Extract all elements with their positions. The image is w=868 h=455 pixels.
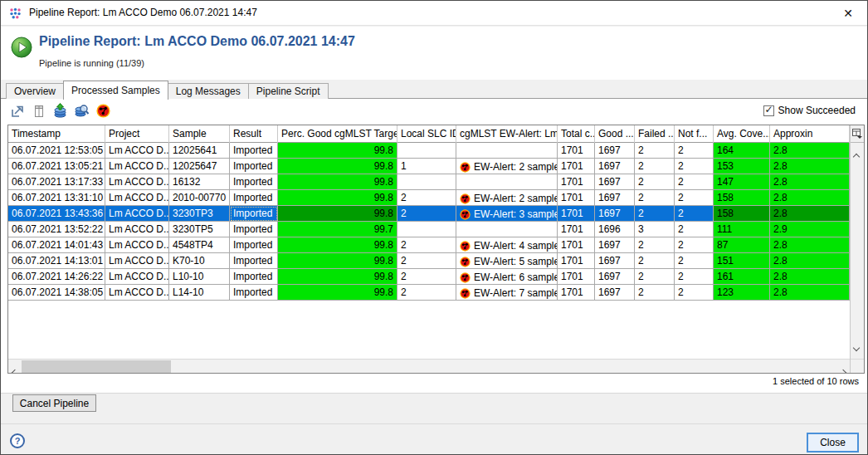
cell-failed: 2 [635,174,675,190]
cell-perc: 99.8 [278,269,397,285]
scroll-up-icon[interactable] [854,148,859,163]
database-upload-icon[interactable] [52,103,68,119]
column-header-total-c[interactable]: Total c... [558,125,595,143]
pipeline-status-text: Pipeline is running (11/39) [39,58,144,68]
checkbox-box[interactable]: ✓ [763,105,774,116]
table-main: TimestampProjectSampleResultPerc. Good c… [8,125,850,373]
cell-project: Lm ACCO D... [105,237,169,253]
show-succeeded-checkbox[interactable]: ✓ Show Succeeded [763,105,856,116]
cell-avg: 147 [714,174,770,190]
cell-timestamp: 06.07.2021 13:17:33 [8,174,105,190]
cell-alert: EW-Alert: 7 samples [456,285,558,301]
cell-project: Lm ACCO D... [105,285,169,301]
horizontal-scrollbar[interactable] [8,359,850,373]
tab-pipeline-script[interactable]: Pipeline Script [248,83,329,99]
cell-total: 1701 [558,222,595,237]
cell-avg: 164 [714,143,770,159]
cell-perc: 99.8 [278,237,397,253]
cell-perc: 99.8 [278,143,397,159]
window-title: Pipeline Report: Lm ACCO Demo 06.07.2021… [29,7,257,18]
cell-good: 1697 [595,174,635,190]
cell-result: Imported [230,237,278,253]
cell-notfound: 2 [675,206,714,222]
ew-alert-icon[interactable] [95,103,111,119]
scroll-right-icon[interactable] [841,364,846,373]
cell-result: Imported [230,253,278,269]
column-settings-icon[interactable] [31,103,46,119]
cell-good: 1697 [595,269,635,285]
column-header-sample[interactable]: Sample [169,125,230,143]
cell-timestamp: 06.07.2021 14:38:05 [8,285,105,301]
cell-total: 1701 [558,174,595,190]
table-row[interactable]: 06.07.2021 14:13:01Lm ACCO D...K70-10Imp… [8,253,850,269]
cell-perc: 99.7 [278,222,397,237]
table-row[interactable]: 06.07.2021 14:26:22Lm ACCO D...L10-10Imp… [8,269,850,285]
column-header-approxin[interactable]: Approxin [770,125,850,143]
cell-project: Lm ACCO D... [105,253,169,269]
table-header-row: TimestampProjectSampleResultPerc. Good c… [8,125,850,143]
cell-failed: 2 [635,159,675,174]
help-icon[interactable]: ? [10,433,25,448]
scroll-left-icon[interactable] [12,364,17,373]
cell-avg: 158 [714,190,770,206]
column-header-cgmlst-ew-alert-lm-a[interactable]: cgMLST EW-Alert: Lm A... [456,125,558,143]
cell-failed: 2 [635,285,675,301]
cell-project: Lm ACCO D... [105,190,169,206]
cell-perc: 99.8 [278,253,397,269]
cell-alert [456,174,558,190]
footer: ? Close [1,423,867,455]
column-header-avg-cove[interactable]: Avg. Cove... [714,125,770,143]
column-header-perc-good-cgmlst-targets[interactable]: Perc. Good cgMLST Targets [278,125,397,143]
vertical-scrollbar[interactable] [851,143,864,359]
alert-text: EW-Alert: 2 samples [474,161,558,173]
cell-notfound: 2 [675,269,714,285]
table-row[interactable]: 06.07.2021 14:38:05Lm ACCO D...L14-10Imp… [8,285,850,301]
cell-slc [397,174,456,190]
column-header-result[interactable]: Result [230,125,278,143]
column-header-failed[interactable]: Failed ... [635,125,675,143]
table-row[interactable]: 06.07.2021 13:17:33Lm ACCO D...16132Impo… [8,174,850,190]
cell-failed: 2 [635,253,675,269]
column-header-not-f[interactable]: Not f... [675,125,714,143]
column-header-project[interactable]: Project [105,125,169,143]
column-header-timestamp[interactable]: Timestamp [8,125,105,143]
cell-alert: EW-Alert: 2 samples [456,190,558,206]
cancel-pipeline-button[interactable]: Cancel Pipeline [12,394,96,412]
cell-result: Imported [230,143,278,159]
close-icon[interactable]: ✕ [839,5,857,22]
cell-perc: 99.8 [278,159,397,174]
cell-avg: 123 [714,285,770,301]
cell-approx: 2.8 [770,253,850,269]
scroll-down-icon[interactable] [854,339,859,354]
cell-slc: 2 [397,253,456,269]
tab-overview[interactable]: Overview [6,83,64,99]
table-row[interactable]: 06.07.2021 13:05:21Lm ACCO D...12025647I… [8,159,850,174]
table-row[interactable]: 06.07.2021 14:01:43Lm ACCO D...4548TP4Im… [8,237,850,253]
cell-timestamp: 06.07.2021 13:05:21 [8,159,105,174]
cell-total: 1701 [558,253,595,269]
table-row[interactable]: 06.07.2021 12:53:05Lm ACCO D...12025641I… [8,143,850,159]
cell-perc: 99.8 [278,206,397,222]
table-row[interactable]: 06.07.2021 13:52:22Lm ACCO D...3230TP5Im… [8,222,850,237]
cell-good: 1697 [595,237,635,253]
column-header-good[interactable]: Good ... [595,125,635,143]
cell-timestamp: 06.07.2021 13:52:22 [8,222,105,237]
check-icon: ✓ [765,104,773,115]
table-row[interactable]: 06.07.2021 13:31:10Lm ACCO D...2010-0077… [8,190,850,206]
pipeline-running-icon [11,37,32,58]
export-icon[interactable] [9,103,25,119]
table-row[interactable]: 06.07.2021 13:43:36Lm ACCO D...3230TP3Im… [8,206,850,222]
column-header-local-slc-id[interactable]: Local SLC ID [397,125,456,143]
cell-alert: EW-Alert: 5 samples [456,253,558,269]
tab-processed-samples[interactable]: Processed Samples [63,81,168,100]
alert-text: EW-Alert: 7 samples [474,287,558,299]
cell-result: Imported [230,174,278,190]
tab-log-messages[interactable]: Log Messages [168,83,249,99]
tabs-container: OverviewProcessed SamplesLog MessagesPip… [6,81,328,99]
cell-failed: 2 [635,269,675,285]
database-search-icon[interactable] [74,103,90,119]
column-config-button[interactable] [851,125,864,143]
cell-slc [397,222,456,237]
horizontal-scroll-thumb[interactable] [22,360,171,373]
close-button[interactable]: Close [807,433,859,453]
